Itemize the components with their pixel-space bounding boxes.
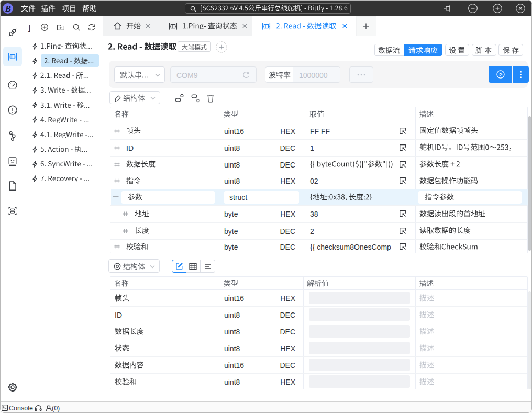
svg-text:B: B — [5, 4, 11, 14]
